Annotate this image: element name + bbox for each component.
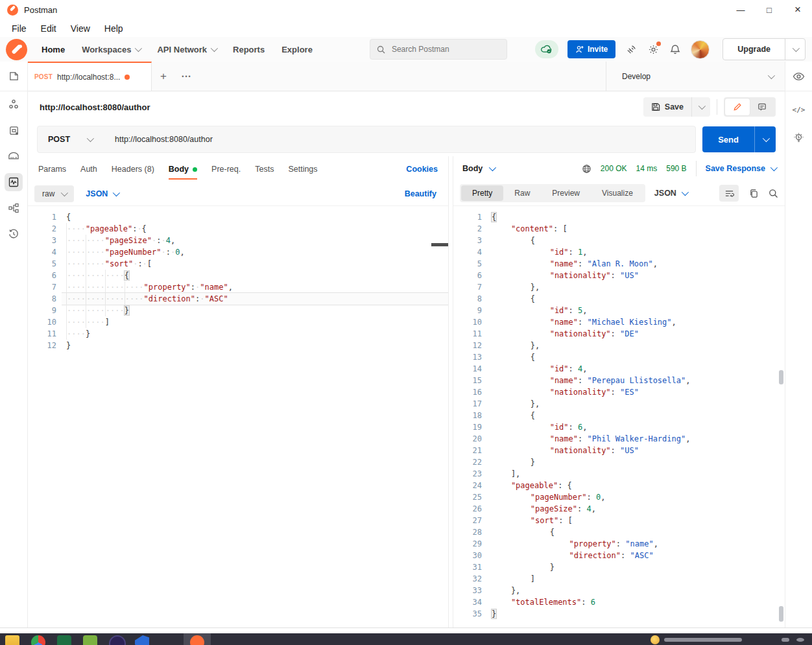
gear-icon[interactable] [647,43,660,56]
nav-api-network[interactable]: API Network [157,45,216,54]
nav-home[interactable]: Home [42,45,65,54]
menu-help[interactable]: Help [98,22,130,35]
response-size[interactable]: 590 B [666,164,686,173]
code-icon[interactable]: </> [790,100,808,119]
response-time[interactable]: 14 ms [636,164,658,173]
chrome-icon[interactable] [31,635,45,645]
language-selector[interactable]: JSON [86,189,118,198]
response-body-selector[interactable]: Body [462,164,494,173]
tray-icon[interactable] [782,638,789,642]
code-line-31: 31} [453,561,785,573]
bell-icon[interactable] [669,43,682,56]
flows-icon[interactable] [5,199,23,217]
edit-button[interactable] [725,99,750,115]
apis-icon[interactable] [5,173,23,191]
weather-text [664,638,742,642]
eclipse-icon[interactable] [109,635,126,645]
view-visualize[interactable]: Visualize [591,185,644,201]
search-icon[interactable] [769,189,778,198]
menu-edit[interactable]: Edit [34,22,63,35]
copy-icon[interactable] [749,189,758,198]
close-button[interactable]: × [783,0,812,19]
request-body-editor[interactable]: 1{2"pageable":·{3"pageSize"·:·4,4"pageNu… [28,205,448,627]
history-icon[interactable] [5,225,23,243]
monitors-icon[interactable] [5,147,23,165]
nav-workspaces[interactable]: Workspaces [82,45,140,54]
beautify-link[interactable]: Beautify [405,189,436,198]
search-field[interactable] [390,44,477,54]
body-type-row: raw JSON Beautify [28,182,448,205]
save-dropdown[interactable] [691,97,710,117]
response-view-row: Pretty Raw Preview Visualize JSON [453,181,785,205]
send-button[interactable]: Send [702,126,776,152]
cookies-link[interactable]: Cookies [406,165,438,174]
body-type-selector[interactable]: raw [34,185,74,202]
invite-button[interactable]: Invite [567,40,615,58]
view-pretty[interactable]: Pretty [461,185,503,201]
tab-pre-req[interactable]: Pre-req. [211,156,241,182]
save-response-button[interactable]: Save Response [706,164,776,173]
maximize-button[interactable]: □ [755,0,783,19]
globe-icon[interactable] [582,164,591,174]
save-button[interactable]: Save [643,97,710,117]
upgrade-dropdown[interactable] [785,39,805,60]
mock-servers-icon[interactable] [5,121,23,139]
code-line-7: 7"property":·"name", [28,281,448,293]
save-icon [651,102,660,111]
tab-body[interactable]: Body [169,156,197,182]
visual-studio-icon[interactable] [135,635,149,645]
code-line-9: 9"id": 5, [453,305,785,316]
avatar[interactable] [691,40,710,59]
collections-icon[interactable] [5,67,23,86]
satellite-icon[interactable] [625,43,638,56]
notes-icon[interactable] [83,635,97,645]
response-language-selector[interactable]: JSON [654,189,687,198]
search-input[interactable] [370,39,507,60]
postman-logo-icon[interactable] [6,39,27,60]
view-raw[interactable]: Raw [503,185,541,201]
minimize-button[interactable]: — [726,0,755,19]
tray-globe-icon[interactable] [796,638,804,642]
menu-view[interactable]: View [64,22,97,35]
notification-dot [656,41,661,46]
send-dropdown[interactable] [754,126,776,152]
excel-icon[interactable] [57,635,71,645]
nav-explore[interactable]: Explore [281,45,313,54]
add-tab-button[interactable]: + [152,62,175,91]
url-input[interactable]: http://localhost:8080/author [107,135,213,144]
chevron-down-icon [61,189,68,196]
code-line-10: 10"name": "Michael Kiesling", [453,316,785,328]
environments-icon[interactable] [5,95,23,113]
method-selector[interactable]: POST [38,135,107,144]
lightbulb-icon[interactable] [790,129,808,147]
chevron-down-icon [113,189,120,196]
request-tab[interactable]: POST http://localhost:8... [28,62,152,91]
scrollbar-thumb[interactable] [779,370,783,384]
menu-file[interactable]: File [5,22,33,35]
view-preview[interactable]: Preview [541,185,591,201]
eye-icon[interactable] [790,67,808,86]
weather-icon[interactable] [651,635,660,644]
code-line-2: 2"pageable":·{ [28,223,448,235]
cloud-sync-icon[interactable] [535,40,558,58]
chevron-down-icon [699,102,706,110]
status-badge[interactable]: 200 OK [601,164,627,173]
tab-settings[interactable]: Settings [288,156,317,182]
request-pane: Params Auth Headers (8) Body Pre-req. Te… [28,156,449,627]
folder-icon[interactable] [5,635,19,645]
more-tabs-button[interactable]: ••• [175,62,198,91]
comments-button[interactable] [750,99,774,115]
edit-comment-toggle [724,97,776,117]
nav-reports[interactable]: Reports [233,45,265,54]
response-body-viewer[interactable]: 1{2"content": [3{4"id": 1,5"name": "Alan… [453,205,785,627]
environment-selector[interactable]: Develop [606,62,785,91]
tab-tests[interactable]: Tests [255,156,274,182]
postman-icon[interactable] [190,635,204,645]
person-plus-icon [575,45,584,54]
tab-auth[interactable]: Auth [80,156,97,182]
workspace: POST http://localhost:8... + ••• Develop… [0,62,812,628]
tab-params[interactable]: Params [38,156,66,182]
tab-headers[interactable]: Headers (8) [112,156,154,182]
wrap-lines-button[interactable] [719,185,739,202]
upgrade-button[interactable]: Upgrade [722,38,806,60]
